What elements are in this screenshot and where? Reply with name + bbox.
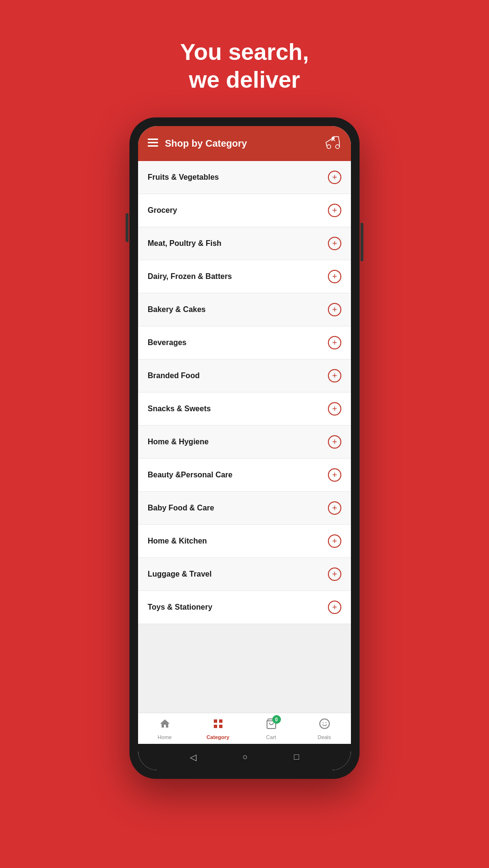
- header-title: Shop by Category: [165, 138, 247, 149]
- category-item[interactable]: Home & Hygiene +: [138, 426, 351, 459]
- svg-rect-7: [219, 719, 222, 723]
- category-name: Grocery: [148, 206, 177, 215]
- category-name: Fruits & Vegetables: [148, 173, 219, 182]
- category-item[interactable]: Toys & Stationery +: [138, 591, 351, 624]
- home-nav-icon: [159, 718, 171, 732]
- category-name: Home & Kitchen: [148, 537, 207, 545]
- category-item[interactable]: Baby Food & Care +: [138, 492, 351, 525]
- nav-item-cart[interactable]: 0 Cart: [255, 718, 288, 740]
- category-nav-icon: [212, 718, 224, 732]
- category-item[interactable]: Meat, Poultry & Fish +: [138, 227, 351, 260]
- category-item[interactable]: Beauty &Personal Care +: [138, 459, 351, 492]
- category-item[interactable]: Branded Food +: [138, 359, 351, 393]
- nav-item-home[interactable]: Home: [148, 718, 182, 740]
- category-item[interactable]: Home & Kitchen +: [138, 525, 351, 558]
- hero-section: You search, we deliver: [180, 38, 309, 93]
- nav-label-home: Home: [158, 734, 172, 740]
- svg-rect-2: [148, 145, 158, 147]
- app-header: Shop by Category: [138, 126, 351, 161]
- add-category-icon[interactable]: +: [328, 336, 341, 349]
- add-category-icon[interactable]: +: [328, 534, 341, 548]
- category-item[interactable]: Fruits & Vegetables +: [138, 161, 351, 194]
- add-category-icon[interactable]: +: [328, 270, 341, 283]
- category-name: Toys & Stationery: [148, 603, 212, 612]
- add-category-icon[interactable]: +: [328, 435, 341, 449]
- recents-button[interactable]: □: [294, 752, 299, 762]
- svg-point-3: [327, 145, 331, 149]
- category-name: Luggage & Travel: [148, 570, 211, 579]
- category-name: Home & Hygiene: [148, 438, 209, 446]
- add-category-icon[interactable]: +: [328, 567, 341, 581]
- hamburger-icon[interactable]: [148, 138, 158, 150]
- svg-rect-1: [148, 142, 158, 143]
- category-name: Branded Food: [148, 371, 199, 380]
- category-item[interactable]: Luggage & Travel +: [138, 558, 351, 591]
- add-category-icon[interactable]: +: [328, 237, 341, 250]
- add-category-icon[interactable]: +: [328, 402, 341, 416]
- svg-rect-8: [214, 725, 217, 728]
- nav-item-deals[interactable]: Deals: [308, 718, 341, 740]
- category-name: Beauty &Personal Care: [148, 471, 233, 479]
- category-name: Baby Food & Care: [148, 504, 214, 512]
- nav-label-cart: Cart: [266, 734, 276, 740]
- category-name: Beverages: [148, 338, 186, 347]
- add-category-icon[interactable]: +: [328, 601, 341, 614]
- category-name: Meat, Poultry & Fish: [148, 239, 221, 248]
- android-nav-bar: ◁ ○ □: [138, 744, 351, 770]
- nav-item-category[interactable]: Category: [201, 718, 235, 740]
- nav-label-deals: Deals: [317, 734, 331, 740]
- category-list: Fruits & Vegetables + Grocery + Meat, Po…: [138, 161, 351, 713]
- svg-point-12: [326, 722, 326, 723]
- svg-rect-9: [219, 725, 222, 728]
- svg-point-5: [332, 137, 335, 139]
- nav-label-category: Category: [207, 734, 230, 740]
- category-item[interactable]: Grocery +: [138, 194, 351, 227]
- category-item[interactable]: Snacks & Sweets +: [138, 393, 351, 426]
- phone-device: Shop by Category Fruits & Vegetables + G: [129, 117, 360, 779]
- svg-point-10: [320, 719, 329, 729]
- cart-wrapper: 0: [266, 718, 277, 732]
- header-left: Shop by Category: [148, 138, 247, 150]
- add-category-icon[interactable]: +: [328, 171, 341, 184]
- add-category-icon[interactable]: +: [328, 303, 341, 316]
- svg-point-4: [336, 145, 339, 149]
- bottom-nav: Home Category 0 Cart: [138, 713, 351, 744]
- delivery-icon: [325, 135, 341, 152]
- cart-badge: 0: [272, 715, 281, 724]
- back-button[interactable]: ◁: [190, 752, 197, 763]
- svg-point-11: [323, 722, 324, 723]
- category-item[interactable]: Bakery & Cakes +: [138, 293, 351, 326]
- category-name: Bakery & Cakes: [148, 305, 206, 314]
- phone-screen: Shop by Category Fruits & Vegetables + G: [138, 126, 351, 770]
- category-name: Snacks & Sweets: [148, 405, 211, 413]
- category-name: Dairy, Frozen & Batters: [148, 272, 232, 281]
- add-category-icon[interactable]: +: [328, 204, 341, 217]
- add-category-icon[interactable]: +: [328, 501, 341, 515]
- category-item[interactable]: Beverages +: [138, 326, 351, 359]
- category-item[interactable]: Dairy, Frozen & Batters +: [138, 260, 351, 293]
- svg-rect-0: [148, 139, 158, 140]
- deals-nav-icon: [319, 718, 330, 732]
- add-category-icon[interactable]: +: [328, 468, 341, 482]
- add-category-icon[interactable]: +: [328, 369, 341, 382]
- svg-rect-6: [214, 719, 217, 723]
- home-button[interactable]: ○: [243, 752, 248, 762]
- hero-line2: we deliver: [189, 67, 300, 93]
- hero-line1: You search,: [180, 39, 309, 65]
